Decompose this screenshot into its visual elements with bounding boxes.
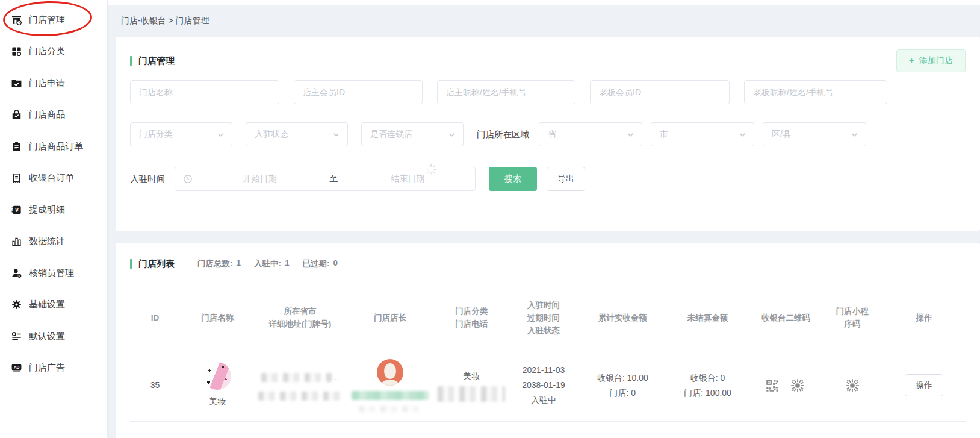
blurred-manager-sub [359,406,421,412]
default-settings-icon [10,330,22,342]
col-action: 操作 [882,311,966,324]
col-address: 所在省市详细地址(门牌号) [255,305,346,330]
user-gear-icon [10,267,22,279]
sidebar-item-verifier-management[interactable]: 核销员管理 [0,257,107,289]
sidebar: 门店管理 门店分类 门店申请 门店商品 门店商品订单 [0,0,107,438]
end-date-placeholder: 结束日期 [341,174,476,184]
chevron-down-icon [448,131,456,139]
list-title: 门店列表 [130,258,175,270]
sidebar-item-basic-settings[interactable]: 基础设置 [0,289,107,321]
col-received: 累计实收金额 [580,311,666,324]
join-date-range-picker[interactable]: 开始日期 至 结束日期 [175,167,476,191]
cell-miniprogram-code [822,377,882,395]
category-grid-icon [10,46,22,58]
sidebar-item-label: 门店管理 [29,14,65,26]
receipt-icon [10,172,22,184]
bar-chart-icon [10,236,22,248]
chevron-down-icon [332,131,340,139]
svg-text:¥: ¥ [15,207,19,213]
export-button[interactable]: 导出 [547,167,585,191]
chevron-down-icon [217,131,225,139]
stat-expired: 已过期:0 [303,258,338,269]
add-store-button[interactable]: + 添加门店 [896,49,966,72]
ad-badge-icon: AD [10,362,22,374]
green-bar-icon [130,56,132,66]
clock-icon [183,174,193,184]
cell-cashier-qr [750,377,822,395]
store-name-input[interactable] [130,80,279,104]
status-badge: 入驻中 [531,393,556,408]
sidebar-item-store-application[interactable]: 门店申请 [0,67,107,99]
district-select[interactable]: 区/县 [763,122,866,146]
sidebar-item-label: 门店商品订单 [29,141,83,152]
svg-text:AD: AD [13,365,19,369]
row-action-button[interactable]: 操作 [905,374,943,396]
green-bar-icon [130,259,132,269]
sidebar-item-label: 门店商品 [29,109,65,120]
miniprogram-code-icon[interactable] [789,377,807,395]
chevron-down-icon [739,131,746,139]
store-avatar [203,362,231,390]
join-time: 2021-11-03 [523,363,565,378]
stat-total: 门店总数:1 [197,258,241,269]
shopping-bag-icon [10,109,22,121]
boss-nickname-input[interactable] [744,80,887,104]
blurred-manager-name [352,391,429,400]
sidebar-item-cashier-orders[interactable]: 收银台订单 [0,163,107,195]
sidebar-item-default-settings[interactable]: 默认设置 [0,321,107,352]
store-admin-app: 门店管理 门店分类 门店申请 门店商品 门店商品订单 [0,0,980,438]
stat-active: 入驻中:1 [254,258,290,269]
storefront-icon [10,14,22,26]
cell-unsettled: 收银台: 0 门店: 100.00 [666,371,750,401]
qr-code-icon[interactable] [764,378,780,393]
chain-store-select[interactable]: 是否连锁店 [361,122,464,146]
breadcrumb: 门店-收银台 > 门店管理 [108,5,980,37]
cell-manager [345,359,435,412]
sidebar-item-store-ads[interactable]: AD 门店广告 [0,352,107,384]
cell-category-phone: 美妆 [435,369,507,402]
region-label: 门店所在区域 [477,129,529,140]
table-header: ID 门店名称 所在省市详细地址(门牌号) 门店店长 门店分类门店电话 入驻时间… [130,286,966,349]
main-content: 门店-收银台 > 门店管理 门店管理 + 添加门店 [108,0,980,438]
settle-status-select[interactable]: 入驻状态 [246,122,348,146]
sidebar-item-label: 基础设置 [29,299,65,310]
owner-member-id-input[interactable] [294,80,423,104]
col-unsettled: 未结算金额 [666,311,750,324]
commission-yen-icon: ¥ [10,204,22,216]
breadcrumb-text: 门店-收银台 > 门店管理 [121,16,209,27]
date-separator: 至 [327,174,341,184]
owner-nickname-input[interactable] [437,80,575,104]
start-date-placeholder: 开始日期 [193,174,327,184]
panel-title: 门店管理 [130,55,175,67]
cell-received: 收银台: 10.00 门店: 0 [580,371,666,401]
city-select[interactable]: 市 [651,122,754,146]
col-cashier-qr: 收银台二维码 [750,311,822,324]
sidebar-item-store-goods[interactable]: 门店商品 [0,99,107,131]
sidebar-item-commission-details[interactable]: ¥ 提成明细 [0,194,107,226]
col-miniprogram-code: 门店小程序码 [822,305,882,330]
search-button[interactable]: 搜索 [489,167,537,191]
sidebar-item-store-goods-orders[interactable]: 门店商品订单 [0,131,107,163]
clipboard-order-icon [10,140,22,152]
province-select[interactable]: 省 [539,122,642,146]
table-row: 35 美妆 .. [130,349,966,422]
sidebar-item-label: 收银台订单 [29,172,74,184]
boss-member-id-input[interactable] [590,80,730,104]
cell-action: 操作 [882,374,966,396]
sidebar-item-label: 数据统计 [29,236,65,247]
sidebar-item-label: 提成明细 [29,204,65,216]
sidebar-item-store-category[interactable]: 门店分类 [0,36,107,68]
store-table: ID 门店名称 所在省市详细地址(门牌号) 门店店长 门店分类门店电话 入驻时间… [130,286,966,422]
sidebar-item-store-management[interactable]: 门店管理 [0,4,107,36]
folder-check-icon [10,77,22,89]
col-manager: 门店店长 [345,311,435,324]
col-store-name: 门店名称 [180,311,255,324]
store-list-panel: 门店列表 门店总数:1 入驻中:1 已过期:0 ID 门店名称 所在省市详细地址… [116,243,980,438]
cell-time-status: 2021-11-03 2038-01-19 入驻中 [507,363,580,408]
col-category-phone: 门店分类门店电话 [435,305,507,330]
miniprogram-code-icon[interactable] [843,377,861,395]
cell-id: 35 [130,378,180,393]
sidebar-item-data-statistics[interactable]: 数据统计 [0,226,107,258]
chevron-down-icon [851,131,858,139]
store-category-select[interactable]: 门店分类 [130,122,232,146]
